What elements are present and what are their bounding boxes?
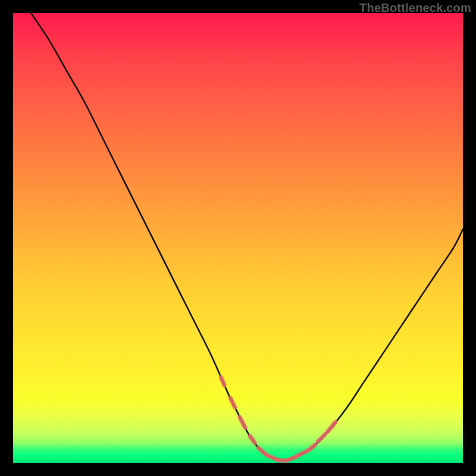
svg-line-9 <box>309 445 315 450</box>
svg-line-4 <box>258 448 266 455</box>
svg-line-8 <box>296 451 307 456</box>
svg-line-11 <box>328 422 336 431</box>
svg-line-7 <box>287 456 297 460</box>
svg-line-5 <box>267 455 277 460</box>
main-curve <box>31 13 463 461</box>
svg-line-6 <box>278 461 286 461</box>
svg-line-1 <box>230 398 234 407</box>
svg-line-0 <box>221 377 224 385</box>
chart-frame: TheBottleneck.com <box>0 0 476 476</box>
svg-line-3 <box>250 436 255 443</box>
plot-area <box>13 13 463 463</box>
svg-line-10 <box>318 434 325 441</box>
highlight-ticks <box>221 377 335 461</box>
curve-svg <box>13 13 463 463</box>
svg-line-2 <box>240 417 245 428</box>
